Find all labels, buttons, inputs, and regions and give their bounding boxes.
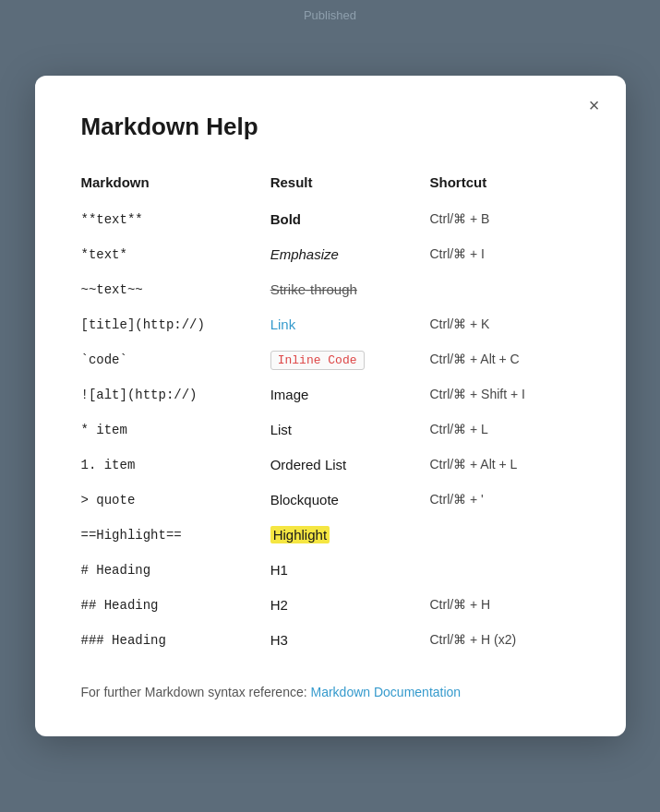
- shortcut-cell: Ctrl/⌘ + H (x2): [429, 622, 579, 657]
- markdown-cell: 1. item: [81, 447, 270, 482]
- table-row: > quoteBlockquoteCtrl/⌘ + ': [81, 482, 580, 517]
- modal-title: Markdown Help: [81, 113, 580, 141]
- shortcut-cell: Ctrl/⌘ + B: [429, 201, 579, 236]
- table-row: [title](http://)LinkCtrl/⌘ + K: [81, 306, 580, 341]
- footer-static-text: For further Markdown syntax reference:: [81, 685, 307, 699]
- published-label: Published: [304, 8, 356, 22]
- table-row: * itemListCtrl/⌘ + L: [81, 412, 580, 447]
- col-header-shortcut: Shortcut: [429, 167, 579, 201]
- shortcut-cell: Ctrl/⌘ + K: [429, 306, 579, 341]
- shortcut-cell: Ctrl/⌘ + L: [429, 412, 579, 447]
- table-row: ## HeadingH2Ctrl/⌘ + H: [81, 587, 580, 622]
- top-bar: Published: [0, 0, 660, 30]
- markdown-cell: ### Heading: [81, 622, 270, 657]
- markdown-cell: [title](http://): [81, 306, 270, 341]
- result-cell: Inline Code: [270, 341, 430, 376]
- markdown-cell: > quote: [81, 482, 270, 517]
- markdown-cell: **text**: [81, 201, 270, 236]
- shortcut-cell: [429, 271, 579, 306]
- markdown-cell: ==Highlight==: [81, 517, 270, 552]
- markdown-cell: ~~text~~: [81, 271, 270, 306]
- table-row: ### HeadingH3Ctrl/⌘ + H (x2): [81, 622, 580, 657]
- result-cell: Ordered List: [270, 447, 430, 482]
- footer-text: For further Markdown syntax reference: M…: [81, 685, 580, 699]
- result-cell: Highlight: [270, 517, 430, 552]
- table-row: *text*EmphasizeCtrl/⌘ + I: [81, 236, 580, 271]
- table-row: ![alt](http://)ImageCtrl/⌘ + Shift + I: [81, 376, 580, 412]
- markdown-cell: *text*: [81, 236, 270, 271]
- table-row: # HeadingH1: [81, 552, 580, 587]
- col-header-result: Result: [270, 167, 430, 201]
- result-cell: List: [270, 412, 430, 447]
- result-cell: H2: [270, 587, 430, 622]
- markdown-documentation-link[interactable]: Markdown Documentation: [311, 685, 462, 699]
- markdown-table: Markdown Result Shortcut **text**BoldCtr…: [81, 167, 580, 657]
- markdown-help-modal: × Markdown Help Markdown Result Shortcut…: [35, 76, 626, 736]
- result-cell: Strike-through: [270, 271, 430, 306]
- table-row: ~~text~~Strike-through: [81, 271, 580, 306]
- markdown-cell: * item: [81, 412, 270, 447]
- close-button[interactable]: ×: [583, 92, 606, 118]
- table-row: **text**BoldCtrl/⌘ + B: [81, 201, 580, 236]
- shortcut-cell: [429, 517, 579, 552]
- result-cell: Emphasize: [270, 236, 430, 271]
- result-cell: Bold: [270, 201, 430, 236]
- markdown-cell: `code`: [81, 341, 270, 376]
- markdown-cell: # Heading: [81, 552, 270, 587]
- table-row: `code`Inline CodeCtrl/⌘ + Alt + C: [81, 341, 580, 376]
- shortcut-cell: Ctrl/⌘ + Shift + I: [429, 376, 579, 412]
- shortcut-cell: Ctrl/⌘ + ': [429, 482, 579, 517]
- result-cell: H3: [270, 622, 430, 657]
- markdown-cell: ![alt](http://): [81, 376, 270, 412]
- shortcut-cell: Ctrl/⌘ + H: [429, 587, 579, 622]
- markdown-cell: ## Heading: [81, 587, 270, 622]
- col-header-markdown: Markdown: [81, 167, 270, 201]
- result-cell: Image: [270, 376, 430, 412]
- shortcut-cell: Ctrl/⌘ + I: [429, 236, 579, 271]
- table-row: 1. itemOrdered ListCtrl/⌘ + Alt + L: [81, 447, 580, 482]
- table-row: ==Highlight==Highlight: [81, 517, 580, 552]
- shortcut-cell: Ctrl/⌘ + Alt + C: [429, 341, 579, 376]
- shortcut-cell: [429, 552, 579, 587]
- result-cell: Link: [270, 306, 430, 341]
- result-cell: H1: [270, 552, 430, 587]
- result-cell: Blockquote: [270, 482, 430, 517]
- shortcut-cell: Ctrl/⌘ + Alt + L: [429, 447, 579, 482]
